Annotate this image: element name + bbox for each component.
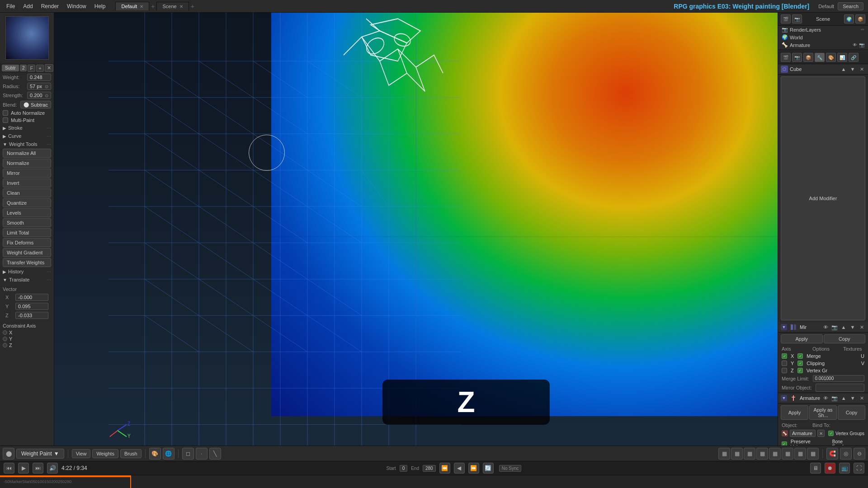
tab-scene[interactable]: Scene ✕ [156, 2, 189, 10]
translate-section-header[interactable]: ▼ Translate ⋯ [0, 276, 54, 284]
subtab-subtr[interactable]: Subtr [2, 65, 19, 71]
start-frame-input[interactable]: 0 [400, 465, 408, 472]
arm-object-name[interactable]: Armature [790, 430, 816, 437]
mirror-apply-button[interactable]: Apply [781, 334, 823, 343]
arm-vertex-groups-checkbox[interactable]: ✓ [828, 431, 834, 436]
prop-scene-icon[interactable]: 🎬 [781, 53, 791, 62]
translate-x-input[interactable]: -0.000 [15, 294, 48, 301]
weight-tools-section-header[interactable]: ▼ Weight Tools ⋯ [0, 140, 54, 148]
prop-close-icon[interactable]: ✕ [858, 66, 865, 73]
weight-input[interactable]: 0.248 [27, 74, 51, 81]
merge-limit-input[interactable]: 0.001000 [813, 375, 864, 382]
arm-object-clear[interactable]: ✕ [817, 430, 825, 437]
tl-jump-start-btn[interactable]: ⏮ [4, 463, 14, 474]
clean-btn[interactable]: Clean [3, 188, 51, 197]
tab-scene-add[interactable]: + [189, 3, 196, 10]
tl-tv-icon[interactable]: 📺 [839, 463, 850, 474]
tl-play-btn[interactable]: ▶ [18, 463, 29, 474]
axis-z-option[interactable]: Z [3, 342, 51, 348]
subtab-add[interactable]: + [36, 65, 43, 72]
mode-selector[interactable]: Weight Paint ▼ [16, 449, 64, 459]
weights-menu-btn[interactable]: Weights [92, 449, 118, 458]
prop-object-icon[interactable]: 📦 [803, 53, 813, 62]
viewport-3d[interactable]: Z Y Z (1) Cube : Upper Arm.L [54, 13, 778, 461]
world-icon[interactable]: 🌍 [844, 14, 854, 23]
paint-mode-icon[interactable]: 🎨 [149, 448, 161, 460]
brush-menu-btn[interactable]: Brush [120, 449, 142, 458]
renderlayers-icon[interactable]: 📷 [792, 14, 802, 23]
tab-scene-close[interactable]: ✕ [179, 4, 183, 9]
mirror-merge-checkbox[interactable]: ✓ [797, 353, 803, 359]
proportional-icon[interactable]: ◎ [840, 448, 852, 460]
history-section-header[interactable]: ▶ History ⋯ [0, 267, 54, 276]
search-button[interactable]: Search [838, 2, 863, 10]
menu-window[interactable]: Window [63, 2, 90, 10]
blend-selector[interactable]: ⬤ Subtrac [20, 101, 51, 108]
strength-input[interactable]: 0.200 ⊙ [27, 92, 51, 99]
menu-render[interactable]: Render [38, 2, 62, 10]
translate-z-input[interactable]: -0.033 [15, 312, 48, 319]
tab-add[interactable]: + [149, 3, 156, 10]
tl-audio-btn[interactable]: 🔊 [47, 463, 58, 474]
subtab-plus[interactable]: F [28, 65, 35, 72]
toolbar-mode-icon[interactable]: ⬤ [3, 448, 14, 460]
add-modifier-button[interactable]: Add Modifier [781, 76, 865, 320]
prop-modifier-icon[interactable]: 🔧 [815, 53, 825, 62]
mirror-down-icon[interactable]: ▼ [849, 324, 856, 331]
axis-z-radio[interactable] [3, 343, 7, 347]
invert-btn[interactable]: Invert [3, 178, 51, 188]
smooth-btn[interactable]: Smooth [3, 218, 51, 227]
global-icon[interactable]: 🌐 [163, 448, 175, 460]
prop-constraint-icon[interactable]: 🔗 [849, 53, 859, 62]
mirror-vertex-gr-checkbox[interactable]: ✓ [797, 368, 803, 373]
quantize-btn[interactable]: Quantize [3, 198, 51, 207]
outliner-world[interactable]: 🌍 World [778, 33, 868, 41]
frame-icon-6[interactable]: ▦ [782, 448, 793, 460]
mirror-btn[interactable]: Mirror [3, 169, 51, 178]
axis-y-radio[interactable] [3, 337, 7, 341]
armature-render-icon[interactable]: 📷 [859, 42, 864, 47]
mirror-collapse-icon[interactable]: ▼ [781, 324, 787, 330]
face-draw-icon[interactable]: ◻ [182, 448, 194, 460]
mirror-clipping-checkbox[interactable]: ✓ [797, 361, 803, 366]
end-frame-input[interactable]: 280 [423, 465, 436, 472]
tl-play-rev-btn[interactable]: ◀ [454, 463, 465, 474]
mirror-copy-button[interactable]: Copy [824, 334, 866, 343]
menu-add[interactable]: Add [19, 2, 36, 10]
frame-icon-3[interactable]: ▦ [744, 448, 755, 460]
frame-icon-2[interactable]: ▦ [731, 448, 743, 460]
curve-section-header[interactable]: ▶ Curve ⋯ [0, 132, 54, 140]
mirror-object-picker[interactable] [816, 384, 864, 392]
mirror-z-checkbox[interactable] [782, 368, 787, 373]
tab-default-close[interactable]: ✕ [140, 4, 143, 9]
translate-y-input[interactable]: 0.095 [15, 303, 48, 310]
scene-icon[interactable]: 🎬 [781, 14, 791, 23]
armature-apply-button[interactable]: Apply [781, 405, 808, 420]
mirror-y-checkbox[interactable] [782, 361, 787, 366]
edge-draw-icon[interactable]: ╲ [209, 448, 221, 460]
normalize-all-btn[interactable]: Normalize All [3, 149, 51, 158]
armature-down-icon[interactable]: ▼ [849, 394, 856, 402]
renderlayers-edit-icon[interactable]: ✏ [861, 27, 864, 32]
armature-apply-as-button[interactable]: Apply as Sh... [809, 405, 837, 420]
frame-icon-7[interactable]: ▦ [794, 448, 806, 460]
tl-jump-end-btn[interactable]: ⏭ [33, 463, 43, 474]
armature-camera-icon[interactable]: 👁 [822, 394, 829, 402]
frame-icon-1[interactable]: ▦ [718, 448, 730, 460]
armature-render-icon[interactable]: 📷 [831, 394, 838, 402]
axis-x-radio[interactable] [3, 330, 7, 335]
tl-prev-key-btn[interactable]: ⏪ [439, 463, 450, 474]
armature-copy-button[interactable]: Copy [838, 405, 865, 420]
armature-collapse-icon[interactable]: ▼ [781, 395, 787, 401]
object-icon[interactable]: 📦 [855, 14, 865, 23]
mirror-x-checkbox[interactable]: ✓ [782, 353, 787, 359]
snap-icon[interactable]: 🧲 [826, 448, 838, 460]
auto-normalize-checkbox[interactable] [3, 110, 8, 116]
prop-render-icon[interactable]: 📷 [792, 53, 802, 62]
armature-visibility-icon[interactable]: 👁 [853, 42, 857, 47]
fix-deforms-btn[interactable]: Fix Deforms [3, 238, 51, 247]
menu-help[interactable]: Help [91, 2, 109, 10]
mirror-up-icon[interactable]: ▲ [840, 324, 847, 331]
menu-file[interactable]: File [3, 2, 19, 10]
weight-gradient-btn[interactable]: Weight Gradient [3, 248, 51, 257]
